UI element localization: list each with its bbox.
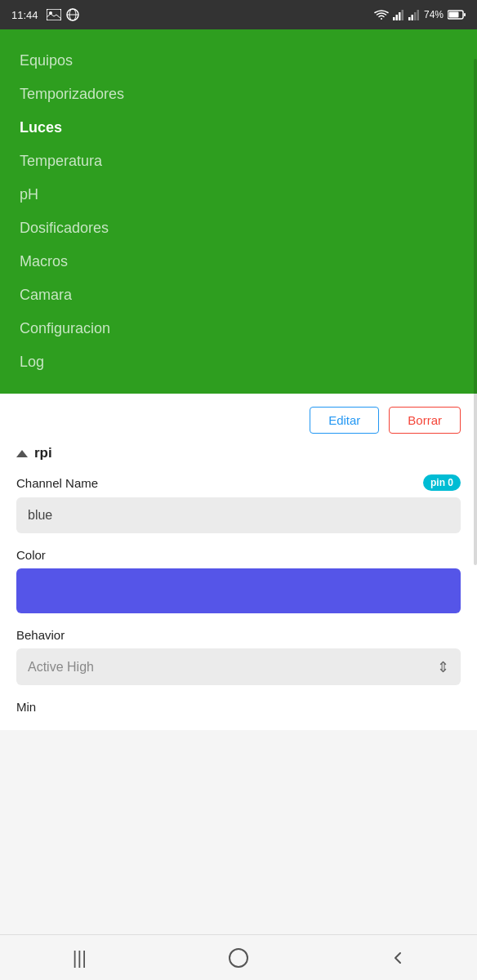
edit-button[interactable]: Editar: [310, 407, 379, 434]
globe-icon: [66, 8, 79, 21]
svg-rect-0: [47, 9, 61, 20]
back-chevron-icon: [390, 951, 405, 965]
svg-rect-15: [464, 13, 466, 16]
sidebar-item-configuracion[interactable]: Configuracion: [20, 312, 477, 345]
sidebar-item-equipos[interactable]: Equipos: [20, 44, 477, 78]
svg-point-16: [230, 949, 247, 967]
color-label: Color: [16, 548, 461, 562]
recent-apps-button[interactable]: |||: [61, 940, 97, 976]
delete-button[interactable]: Borrar: [389, 407, 461, 434]
nav-bar: |||: [0, 934, 477, 980]
svg-rect-11: [414, 12, 417, 20]
home-circle-icon: [228, 947, 249, 969]
svg-rect-10: [411, 15, 413, 20]
sidebar-item-temporizadores[interactable]: Temporizadores: [20, 78, 477, 111]
color-swatch[interactable]: [16, 568, 461, 613]
sidebar-item-ph[interactable]: pH: [20, 178, 477, 212]
svg-rect-8: [401, 10, 403, 20]
back-button[interactable]: [380, 940, 416, 976]
sidebar-item-temperatura[interactable]: Temperatura: [20, 145, 477, 178]
wifi-icon: [374, 9, 389, 20]
sidebar: Equipos Temporizadores Luces Temperatura…: [0, 29, 477, 394]
signal-icon-2: [408, 9, 420, 20]
svg-rect-9: [408, 17, 411, 20]
svg-rect-7: [399, 12, 401, 20]
top-buttons: Editar Borrar: [16, 407, 461, 434]
chevron-up-icon: [16, 450, 28, 457]
pin-badge: pin 0: [423, 474, 461, 491]
battery-display: 74%: [424, 9, 444, 20]
behavior-label: Behavior: [16, 628, 461, 642]
svg-rect-14: [449, 12, 459, 18]
signal-icon-1: [393, 9, 404, 20]
channel-name-input[interactable]: [16, 497, 461, 533]
gallery-icon: [47, 9, 61, 20]
section-title: rpi: [34, 445, 52, 461]
home-button[interactable]: [221, 940, 256, 976]
sidebar-item-camara[interactable]: Camara: [20, 278, 477, 312]
sidebar-scrollbar: [474, 59, 477, 565]
svg-rect-5: [393, 17, 395, 20]
behavior-select[interactable]: Active High Active Low: [16, 648, 461, 685]
battery-icon: [448, 10, 466, 20]
sidebar-item-log[interactable]: Log: [20, 345, 477, 379]
min-label: Min: [16, 700, 461, 714]
sidebar-item-luces[interactable]: Luces: [20, 111, 477, 145]
status-right: 74%: [374, 9, 466, 20]
svg-rect-12: [417, 10, 419, 20]
section-header: rpi: [16, 445, 461, 461]
content-area: Editar Borrar rpi Channel Name pin 0 Col…: [0, 394, 477, 730]
svg-rect-6: [395, 15, 398, 20]
sidebar-item-dosificadores[interactable]: Dosificadores: [20, 212, 477, 245]
time-display: 11:44: [11, 9, 38, 21]
sidebar-item-macros[interactable]: Macros: [20, 245, 477, 278]
channel-name-label: Channel Name pin 0: [16, 474, 461, 491]
behavior-select-wrapper: Active High Active Low ⇕: [16, 648, 461, 685]
status-bar: 11:44 74%: [0, 0, 477, 29]
